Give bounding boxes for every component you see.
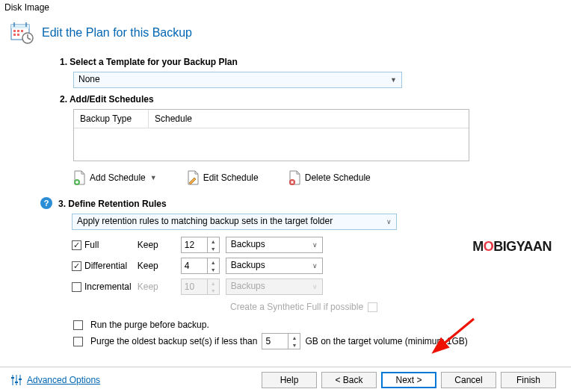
add-schedule-button[interactable]: Add Schedule ▼ [73, 170, 157, 185]
spinner-down-icon[interactable]: ▼ [208, 245, 219, 252]
svg-rect-6 [21, 30, 23, 32]
section1-heading: 1. Select a Template for your Backup Pla… [60, 57, 571, 67]
calendar-clock-icon [10, 21, 34, 45]
full-label: Full [84, 240, 99, 250]
advanced-options-link[interactable]: Advanced Options [10, 374, 100, 386]
document-add-icon [73, 170, 87, 185]
keep-label-disabled: Keep [138, 281, 175, 292]
edit-schedule-button[interactable]: Edit Schedule [187, 170, 259, 185]
cancel-button[interactable]: Cancel [441, 372, 496, 388]
next-button[interactable]: Next > [381, 372, 436, 388]
add-schedule-label: Add Schedule [90, 172, 146, 183]
purge-oldest-prefix: Purge the oldest backup set(s) if less t… [90, 336, 257, 346]
document-delete-icon [288, 170, 302, 185]
full-keep-spinner[interactable]: ▲▼ [181, 237, 220, 253]
svg-rect-20 [19, 379, 22, 380]
purge-oldest-value[interactable] [262, 334, 288, 349]
purge-before-checkbox[interactable] [73, 320, 83, 330]
keep-label: Keep [138, 240, 175, 250]
edit-schedule-label: Edit Schedule [203, 172, 259, 183]
svg-rect-4 [13, 30, 16, 32]
full-checkbox[interactable] [72, 240, 81, 250]
footer-bar: Advanced Options Help < Back Next > Canc… [0, 367, 571, 392]
spinner-up-icon[interactable]: ▲ [208, 258, 219, 266]
col-backup-type: Backup Type [74, 110, 149, 128]
window-title: Disk Image [0, 0, 571, 15]
diff-unit-select[interactable]: Backups∨ [226, 258, 323, 274]
schedule-table: Backup Type Schedule [73, 109, 469, 161]
delete-schedule-button[interactable]: Delete Schedule [288, 170, 371, 185]
svg-rect-19 [15, 382, 18, 383]
svg-rect-7 [13, 34, 16, 36]
purge-oldest-checkbox[interactable] [73, 337, 83, 346]
spinner-down-icon[interactable]: ▼ [288, 341, 300, 349]
full-keep-value[interactable] [182, 237, 207, 252]
back-button[interactable]: < Back [321, 372, 377, 388]
spinner-up-icon: ▲ [208, 279, 219, 287]
full-unit-select[interactable]: Backups∨ [226, 237, 323, 253]
incr-label: Incremental [84, 281, 132, 292]
svg-rect-8 [17, 34, 19, 36]
svg-rect-18 [11, 377, 14, 379]
diff-keep-value[interactable] [182, 258, 207, 273]
spinner-up-icon[interactable]: ▲ [208, 237, 219, 245]
chevron-down-icon: ∨ [312, 241, 318, 249]
diff-checkbox[interactable] [72, 261, 81, 271]
advanced-options-label: Advanced Options [27, 375, 100, 385]
page-title: Edit the Plan for this Backup [42, 26, 192, 40]
sliders-icon [10, 374, 22, 386]
synthetic-full-label: Create a Synthetic Full if possible [230, 302, 363, 312]
svg-rect-5 [17, 30, 19, 32]
help-button[interactable]: Help [262, 372, 317, 388]
diff-keep-spinner[interactable]: ▲▼ [181, 258, 220, 274]
incr-checkbox[interactable] [72, 282, 81, 292]
spinner-up-icon[interactable]: ▲ [288, 334, 300, 341]
template-value: None [78, 74, 100, 84]
section3-heading: 3. Define Retention Rules [58, 199, 397, 209]
chevron-down-icon: ▼ [390, 76, 397, 84]
incr-keep-spinner: ▲▼ [181, 279, 220, 295]
help-icon[interactable]: ? [40, 197, 52, 209]
retention-rule-select[interactable]: Apply retention rules to matching backup… [72, 214, 397, 230]
synthetic-full-checkbox [368, 302, 377, 312]
col-schedule: Schedule [149, 110, 198, 128]
incr-keep-value [182, 279, 207, 294]
chevron-down-icon: ∨ [312, 262, 318, 270]
chevron-down-icon: ▼ [150, 174, 157, 181]
incr-unit-select: Backups∨ [226, 279, 323, 295]
retention-rule-value: Apply retention rules to matching backup… [77, 216, 333, 226]
purge-before-label: Run the purge before backup. [90, 320, 209, 330]
section2-heading: 2. Add/Edit Schedules [60, 94, 571, 105]
spinner-down-icon[interactable]: ▼ [208, 266, 219, 273]
chevron-down-icon: ∨ [312, 283, 318, 290]
delete-schedule-label: Delete Schedule [305, 172, 371, 183]
diff-label: Differential [84, 261, 127, 271]
spinner-down-icon: ▼ [208, 287, 219, 294]
document-edit-icon [187, 170, 200, 185]
purge-oldest-suffix: GB on the target volume (minimum 1GB) [305, 336, 467, 346]
header: Edit the Plan for this Backup [0, 15, 571, 54]
template-select[interactable]: None ▼ [73, 72, 402, 88]
purge-oldest-spinner[interactable]: ▲▼ [262, 333, 300, 349]
keep-label: Keep [138, 261, 175, 271]
watermark: MOBIGYAAN [472, 239, 552, 255]
chevron-down-icon: ∨ [386, 218, 392, 225]
finish-button[interactable]: Finish [501, 372, 556, 388]
